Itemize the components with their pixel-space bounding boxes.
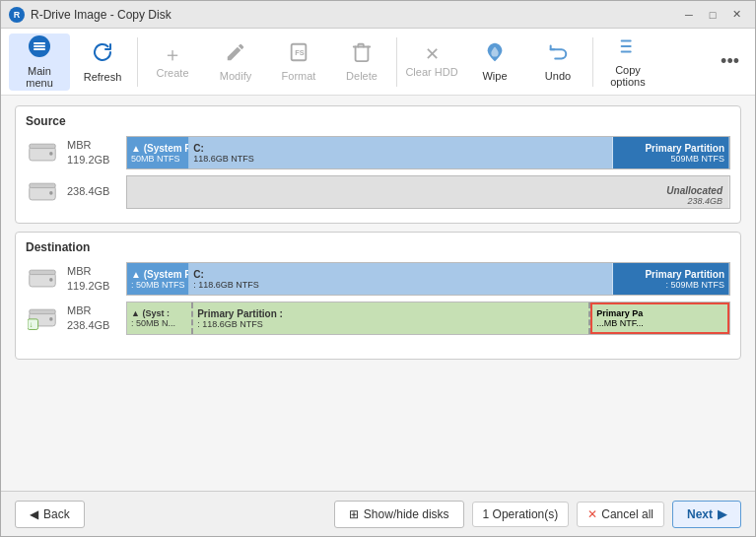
modify-icon (225, 41, 246, 67)
source-disk-1-row: MBR 119.2GB ▲ (System Rese 50MB NTFS C: … (26, 136, 730, 169)
close-button[interactable]: ✕ (725, 5, 747, 25)
svg-rect-16 (30, 270, 55, 274)
title-text: R-Drive Image - Copy Disk (31, 8, 172, 22)
wipe-icon (484, 41, 506, 67)
dest-part-2-3-outlined[interactable]: Primary Pa ...MB NTF... The recoverypart… (590, 302, 729, 334)
dest-part-1-3[interactable]: Primary Partition : 509MB NTFS (613, 263, 729, 295)
copy-options-label: Copy options (601, 64, 654, 88)
source-disk-1-type: MBR (67, 138, 118, 153)
next-label: Next (687, 507, 713, 521)
maximize-button[interactable]: □ (702, 5, 723, 25)
dest-disk-1-partitions[interactable]: ▲ (System Res : : 50MB NTFS C: : 118.6GB… (126, 262, 730, 296)
dest-part-1-2[interactable]: C: : 118.6GB NTFS (189, 263, 613, 295)
operations-label: 1 Operation(s) (483, 507, 559, 521)
show-hide-disks-button[interactable]: ⊞ Show/hide disks (334, 501, 464, 528)
source-disk-1-partitions[interactable]: ▲ (System Rese 50MB NTFS C: 118.6GB NTFS… (126, 136, 730, 169)
cancel-icon: ✕ (587, 507, 597, 521)
source-disk-2-icon (26, 180, 59, 204)
svg-point-11 (49, 152, 53, 156)
minimize-button[interactable]: ─ (678, 5, 700, 25)
toolbar: Main menu Refresh ＋ Create Modify (1, 29, 755, 96)
dest-disk-2-icon: ↓ (26, 306, 59, 330)
dest-part-1-1[interactable]: ▲ (System Res : : 50MB NTFS (127, 263, 189, 295)
modify-label: Modify (220, 70, 251, 82)
create-label: Create (156, 67, 188, 79)
source-disk-2-partitions[interactable]: Unallocated 238.4GB (126, 175, 730, 209)
svg-rect-3 (34, 48, 45, 50)
show-hide-label: Show/hide disks (364, 507, 449, 521)
operations-badge: 1 Operation(s) (472, 502, 570, 527)
back-button[interactable]: ◀ Back (15, 501, 85, 528)
undo-icon (547, 41, 569, 67)
svg-rect-10 (30, 144, 55, 148)
next-button[interactable]: Next ▶ (672, 501, 741, 528)
svg-text:FS: FS (295, 48, 304, 57)
cancel-all-button[interactable]: ✕ Cancel all (577, 502, 664, 527)
source-title: Source (26, 114, 730, 128)
undo-button[interactable]: Undo (527, 34, 588, 91)
format-label: Format (282, 70, 316, 82)
sep-1 (137, 37, 138, 87)
source-part-1-1[interactable]: ▲ (System Rese 50MB NTFS (127, 137, 189, 168)
dest-disk-1-info: MBR 119.2GB (67, 264, 118, 295)
cancel-label: Cancel all (601, 507, 653, 521)
source-disk-2-row: 238.4GB Unallocated 238.4GB (26, 175, 730, 209)
source-disk-1-info: MBR 119.2GB (67, 138, 118, 168)
source-panel: Source MBR 119.2GB ▲ (System Rese (15, 105, 741, 224)
main-menu-button[interactable]: Main menu (9, 34, 70, 91)
dest-disk-1-type: MBR (67, 264, 118, 279)
main-menu-label: Main menu (13, 65, 66, 89)
source-part-1-2[interactable]: C: 118.6GB NTFS (189, 137, 613, 168)
dest-disk-1-size: 119.2GB (67, 279, 118, 294)
source-disk-1-icon (26, 141, 59, 165)
dest-disk-2-size: 238.4GB (67, 318, 118, 333)
sep-3 (592, 37, 593, 87)
dest-disk-2-type: MBR (67, 303, 118, 318)
window-controls: ─ □ ✕ (678, 5, 747, 25)
sep-2 (396, 37, 397, 87)
dest-disk-2-row: ↓ MBR 238.4GB ▲ (Syst : : 50MB N... Prim… (26, 302, 730, 335)
back-label: Back (43, 507, 70, 521)
svg-rect-13 (30, 183, 55, 187)
show-hide-icon: ⊞ (349, 507, 359, 521)
source-part-2-1[interactable]: Unallocated 238.4GB (127, 176, 729, 208)
main-content: Source MBR 119.2GB ▲ (System Rese (1, 96, 755, 491)
format-icon: FS (288, 41, 309, 67)
delete-button[interactable]: Delete (331, 34, 392, 91)
create-button[interactable]: ＋ Create (142, 34, 203, 91)
wipe-button[interactable]: Wipe (464, 34, 525, 91)
main-menu-icon (28, 34, 51, 62)
main-window: R R-Drive Image - Copy Disk ─ □ ✕ Main m… (0, 0, 756, 537)
refresh-button[interactable]: Refresh (72, 34, 133, 91)
svg-rect-1 (34, 42, 45, 44)
modify-button[interactable]: Modify (205, 34, 266, 91)
dest-disk-1-icon (26, 267, 59, 291)
copy-options-button[interactable]: Copy options (597, 34, 658, 91)
destination-panel: Destination MBR 119.2GB ▲ (System Re (15, 232, 741, 360)
clear-hdd-label: Clear HDD (405, 66, 457, 78)
svg-point-20 (49, 317, 53, 321)
source-part-1-3[interactable]: Primary Partition 509MB NTFS (613, 137, 729, 168)
create-icon: ＋ (163, 44, 182, 64)
clear-hdd-button[interactable]: ✕ Clear HDD (401, 34, 462, 91)
svg-rect-6 (621, 40, 632, 42)
svg-text:↓: ↓ (30, 320, 34, 329)
source-disk-1-size: 119.2GB (67, 153, 118, 168)
svg-point-14 (49, 191, 53, 195)
more-button[interactable]: ••• (713, 47, 747, 76)
next-arrow-icon: ▶ (718, 507, 726, 521)
dest-part-2-1[interactable]: ▲ (Syst : : 50MB N... (127, 302, 193, 334)
source-disk-2-info: 238.4GB (67, 184, 118, 199)
dest-disk-2-partitions[interactable]: ▲ (Syst : : 50MB N... Primary Partition … (126, 302, 730, 335)
destination-title: Destination (26, 240, 730, 254)
dest-part-2-2[interactable]: Primary Partition : : 118.6GB NTFS (193, 302, 590, 334)
app-icon: R (9, 7, 25, 23)
delete-icon (351, 41, 373, 67)
undo-label: Undo (545, 70, 571, 82)
dest-disk-2-info: MBR 238.4GB (67, 303, 118, 334)
svg-rect-19 (30, 309, 55, 313)
delete-label: Delete (346, 70, 378, 82)
format-button[interactable]: FS Format (268, 34, 329, 91)
source-disk-2-size: 238.4GB (67, 184, 118, 199)
dest-disk-1-row: MBR 119.2GB ▲ (System Res : : 50MB NTFS … (26, 262, 730, 296)
